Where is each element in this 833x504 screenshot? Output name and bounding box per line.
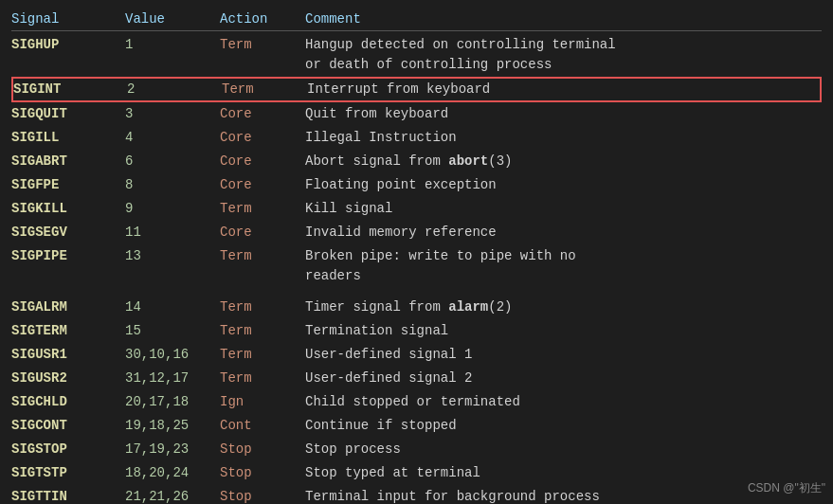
signal-name: SIGKILL xyxy=(11,199,125,219)
signal-name: SIGFPE xyxy=(11,175,125,195)
signal-name: SIGSEGV xyxy=(11,223,125,243)
signal-value: 15 xyxy=(125,321,220,341)
signal-table: Signal Value Action Comment SIGHUP1TermH… xyxy=(11,8,822,504)
signal-action: Core xyxy=(220,152,305,171)
signal-value: 21,21,26 xyxy=(125,487,220,504)
signal-value: 17,19,23 xyxy=(125,440,220,459)
signal-value: 9 xyxy=(125,199,220,219)
signal-action: Core xyxy=(220,175,305,195)
signal-name: SIGPIPE xyxy=(11,246,125,286)
signal-action: Term xyxy=(220,369,305,388)
signal-value: 18,20,24 xyxy=(125,463,220,483)
signal-comment: Abort signal from abort(3) xyxy=(305,152,822,171)
table-row: SIGFPE8CoreFloating point exception xyxy=(11,173,822,197)
table-row: SIGPIPE13TermBroken pipe: write to pipe … xyxy=(11,244,822,288)
signal-action: Term xyxy=(220,35,305,75)
signal-name: SIGHUP xyxy=(11,35,125,75)
signal-name: SIGCONT xyxy=(11,416,125,436)
signal-name: SIGTERM xyxy=(11,321,125,341)
table-row: SIGALRM14TermTimer signal from alarm(2) xyxy=(11,296,822,319)
signal-comment: Child stopped or terminated xyxy=(305,392,822,412)
signal-comment: Termination signal xyxy=(305,321,822,341)
signal-comment: User-defined signal 2 xyxy=(305,369,822,388)
signal-comment: Floating point exception xyxy=(305,175,822,195)
signal-value: 2 xyxy=(127,80,222,99)
signal-value: 11 xyxy=(125,223,220,243)
signal-value: 20,17,18 xyxy=(125,392,220,412)
table-row: SIGKILL9TermKill signal xyxy=(11,197,822,221)
signal-value: 14 xyxy=(125,297,220,317)
signal-name: SIGALRM xyxy=(11,297,125,317)
signal-comment: Quit from keyboard xyxy=(305,104,822,124)
signal-value: 31,12,17 xyxy=(125,369,220,388)
signal-name: SIGILL xyxy=(11,128,125,148)
header-signal: Signal xyxy=(11,11,125,27)
signal-value: 13 xyxy=(125,246,220,286)
signal-comment: Illegal Instruction xyxy=(305,128,822,148)
signal-comment: Hangup detected on controlling terminalo… xyxy=(305,35,822,75)
signal-comment: Invalid memory reference xyxy=(305,223,822,243)
table-row: SIGTTIN21,21,26StopTerminal input for ba… xyxy=(11,485,822,504)
signal-comment: Broken pipe: write to pipe with noreader… xyxy=(305,246,822,286)
table-row: SIGUSR231,12,17TermUser-defined signal 2 xyxy=(11,367,822,390)
table-row: SIGABRT6CoreAbort signal from abort(3) xyxy=(11,150,822,173)
signal-comment: Stop typed at terminal xyxy=(305,463,822,483)
signal-action: Term xyxy=(220,321,305,341)
signal-name: SIGCHLD xyxy=(11,392,125,412)
signal-value: 1 xyxy=(125,35,220,75)
signal-name: SIGUSR1 xyxy=(11,345,125,365)
table-row: SIGSEGV11CoreInvalid memory reference xyxy=(11,221,822,244)
signal-value: 6 xyxy=(125,152,220,171)
signal-name: SIGTTIN xyxy=(11,487,125,504)
table-row: SIGINT2TermInterrupt from keyboard xyxy=(11,77,822,102)
table-row: SIGILL4CoreIllegal Instruction xyxy=(11,126,822,150)
signal-name: SIGQUIT xyxy=(11,104,125,124)
table-row: SIGCONT19,18,25ContContinue if stopped xyxy=(11,414,822,438)
signal-comment: Stop process xyxy=(305,440,822,459)
table-row: SIGTERM15TermTermination signal xyxy=(11,319,822,343)
signal-action: Ign xyxy=(220,392,305,412)
signal-comment: Kill signal xyxy=(305,199,822,219)
signal-action: Stop xyxy=(220,487,305,504)
signal-name: SIGINT xyxy=(13,80,127,99)
table-row: SIGTSTP18,20,24StopStop typed at termina… xyxy=(11,461,822,485)
signal-action: Term xyxy=(220,297,305,317)
signal-action: Core xyxy=(220,128,305,148)
signal-value: 3 xyxy=(125,104,220,124)
table-row: SIGCHLD20,17,18IgnChild stopped or termi… xyxy=(11,390,822,414)
signal-action: Term xyxy=(220,246,305,286)
header-comment: Comment xyxy=(305,11,822,27)
table-row: SIGSTOP17,19,23StopStop process xyxy=(11,438,822,461)
signal-action: Cont xyxy=(220,416,305,436)
signal-comment: Timer signal from alarm(2) xyxy=(305,297,822,317)
signal-value: 19,18,25 xyxy=(125,416,220,436)
table-header: Signal Value Action Comment xyxy=(11,8,822,31)
table-row: SIGQUIT3CoreQuit from keyboard xyxy=(11,102,822,126)
signal-action: Term xyxy=(220,345,305,365)
table-row: SIGHUP1TermHangup detected on controllin… xyxy=(11,33,822,77)
watermark: CSDN @"初生" xyxy=(748,480,825,496)
signal-name: SIGUSR2 xyxy=(11,369,125,388)
signal-action: Term xyxy=(222,80,307,99)
header-value: Value xyxy=(125,11,220,27)
header-action: Action xyxy=(220,11,305,27)
signal-action: Core xyxy=(220,104,305,124)
signal-action: Term xyxy=(220,199,305,219)
table-body: SIGHUP1TermHangup detected on controllin… xyxy=(11,33,822,504)
signal-name: SIGSTOP xyxy=(11,440,125,459)
signal-comment: User-defined signal 1 xyxy=(305,345,822,365)
signal-comment: Continue if stopped xyxy=(305,416,822,436)
signal-action: Stop xyxy=(220,440,305,459)
signal-action: Stop xyxy=(220,463,305,483)
signal-name: SIGABRT xyxy=(11,152,125,171)
signal-value: 30,10,16 xyxy=(125,345,220,365)
signal-comment: Terminal input for background process xyxy=(305,487,822,504)
table-row: SIGUSR130,10,16TermUser-defined signal 1 xyxy=(11,343,822,367)
signal-action: Core xyxy=(220,223,305,243)
signal-comment: Interrupt from keyboard xyxy=(307,80,820,99)
signal-value: 4 xyxy=(125,128,220,148)
signal-name: SIGTSTP xyxy=(11,463,125,483)
signal-value: 8 xyxy=(125,175,220,195)
